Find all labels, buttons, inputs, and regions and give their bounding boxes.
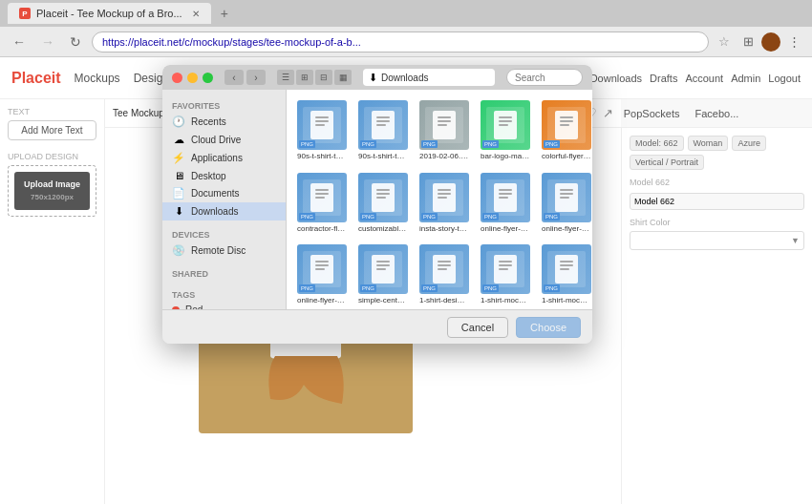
- file-item[interactable]: PNG online-flyer-maker-f...85e.png: [539, 170, 592, 237]
- file-name: 90s-t-shirt-templat...8 (2).png: [297, 152, 347, 161]
- dialog-files-area: PNG 90s-t-shirt-templat...8 (2).png PNG …: [287, 90, 592, 309]
- upload-image-placeholder: Upload Image 750x1200px: [14, 172, 90, 210]
- file-thumbnail: PNG: [358, 173, 408, 222]
- extensions-icon[interactable]: ⊞: [739, 32, 758, 51]
- svg-rect-61: [499, 189, 512, 191]
- tab-close-icon[interactable]: ✕: [192, 9, 200, 19]
- file-item[interactable]: PNG colorful-flyer-maker-f...119c.png: [539, 97, 592, 164]
- dialog-forward-button[interactable]: ›: [246, 70, 266, 85]
- file-name: 90s-t-shirt-template-all.png: [358, 152, 408, 161]
- png-badge: PNG: [360, 140, 376, 148]
- sidebar-item-desktop[interactable]: 🖥 Desktop: [162, 167, 286, 184]
- forward-button[interactable]: →: [36, 32, 59, 52]
- png-badge: PNG: [544, 213, 560, 220]
- refresh-button[interactable]: ↻: [65, 32, 86, 52]
- svg-rect-38: [499, 124, 508, 126]
- sidebar-item-remote-disc[interactable]: 💿 Remote Disc: [162, 242, 286, 260]
- minimize-dot[interactable]: [187, 73, 198, 83]
- png-badge: PNG: [421, 140, 438, 148]
- cat-facebook[interactable]: Facebo...: [687, 99, 746, 127]
- file-item[interactable]: PNG 90s-t-shirt-templat...8 (2).png: [294, 97, 350, 164]
- choose-button[interactable]: Choose: [516, 317, 581, 338]
- tag-azure[interactable]: Azure: [732, 136, 766, 151]
- file-name: 2019-02-06.png: [419, 152, 469, 161]
- maximize-dot[interactable]: [203, 73, 213, 83]
- gallery-view-button[interactable]: ▦: [334, 70, 352, 85]
- nav-logout[interactable]: Logout: [768, 73, 801, 84]
- back-button[interactable]: ←: [8, 32, 31, 52]
- file-item[interactable]: PNG online-flyer-maker-f...088.png: [294, 242, 350, 308]
- file-name: contractor-flyer-design-t...856.png: [297, 224, 347, 234]
- cat-popsockets[interactable]: PopSockets: [616, 99, 688, 127]
- file-item[interactable]: PNG bar-logo-maker-for-a-be...59b.png: [478, 97, 533, 164]
- column-view-button[interactable]: ⊟: [315, 70, 332, 85]
- sidebar-item-documents[interactable]: 📄 Documents: [162, 184, 286, 202]
- file-item[interactable]: PNG 90s-t-shirt-template-all.png: [355, 97, 411, 164]
- file-name: online-flyer-maker-f...088.png: [297, 296, 347, 305]
- file-item[interactable]: PNG contractor-flyer-design-t...856.png: [294, 170, 350, 237]
- left-panel: Text Add More Text Upload Design Upload …: [0, 99, 105, 504]
- documents-icon: 📄: [172, 187, 185, 200]
- svg-rect-26: [376, 116, 390, 118]
- sidebar-item-downloads[interactable]: ⬇ Downloads: [162, 202, 286, 220]
- svg-rect-33: [438, 124, 447, 126]
- file-item[interactable]: PNG 1-shirt-design-signed...832.png: [417, 242, 472, 308]
- sidebar-tag-red[interactable]: Red: [162, 302, 286, 309]
- file-item[interactable]: PNG insta-story-templat...406.png: [417, 170, 472, 237]
- cloud-drive-icon: ☁: [172, 134, 185, 146]
- file-item[interactable]: PNG online-flyer-maker-f...434f.png: [478, 170, 533, 237]
- dialog-titlebar: ‹ › ☰ ⊞ ⊟ ▦ ⬇ Downloads: [162, 65, 592, 90]
- location-display: ⬇ Downloads: [363, 69, 495, 86]
- svg-rect-43: [560, 124, 569, 126]
- svg-rect-57: [438, 193, 451, 195]
- file-name: colorful-flyer-maker-f...119c.png: [542, 152, 591, 161]
- sidebar-item-recents[interactable]: 🕐 Recents: [162, 113, 286, 131]
- remote-disc-label: Remote Disc: [191, 245, 246, 256]
- address-bar[interactable]: https://placeit.net/c/mockup/stages/tee-…: [92, 32, 709, 52]
- nav-account[interactable]: Account: [685, 73, 723, 84]
- file-thumbnail: PNG: [297, 100, 347, 150]
- close-dot[interactable]: [172, 73, 182, 83]
- file-item[interactable]: PNG customizable-flyer-le...119c.png: [355, 170, 411, 237]
- tag-portrait[interactable]: Vertical / Portrait: [630, 155, 704, 170]
- tag-woman[interactable]: Woman: [688, 136, 729, 151]
- cloud-drive-label: Cloud Drive: [191, 135, 241, 145]
- svg-rect-82: [438, 264, 451, 266]
- nav-downloads[interactable]: Downloads: [590, 73, 642, 84]
- recents-label: Recents: [191, 116, 226, 127]
- active-tab[interactable]: P Placeit - Tee Mockup of a Bro... ✕: [8, 3, 211, 24]
- nav-drafts[interactable]: Drafts: [650, 73, 677, 84]
- cancel-button[interactable]: Cancel: [447, 317, 508, 338]
- sidebar-item-applications[interactable]: ⚡ Applications: [162, 149, 286, 167]
- profile-avatar[interactable]: [761, 32, 780, 52]
- menu-icon[interactable]: ⋮: [784, 32, 804, 51]
- list-view-button[interactable]: ☰: [277, 70, 294, 85]
- share-icon[interactable]: ↗: [603, 106, 613, 120]
- nav-admin[interactable]: Admin: [731, 73, 760, 84]
- color-picker-bar[interactable]: ▼: [630, 231, 804, 250]
- upload-dimensions: 750x1200px: [18, 193, 86, 202]
- dialog-search-input[interactable]: [506, 69, 583, 86]
- sidebar-item-cloud-drive[interactable]: ☁ Cloud Drive: [162, 131, 286, 149]
- nav-mockups[interactable]: Mockups: [75, 72, 120, 85]
- add-text-button[interactable]: Add More Text: [8, 120, 96, 140]
- model-select[interactable]: [630, 193, 804, 210]
- location-icon: ⬇: [369, 72, 377, 84]
- site-logo[interactable]: Placeit: [11, 70, 61, 87]
- bookmark-star-icon[interactable]: ☆: [715, 34, 734, 49]
- svg-rect-53: [376, 197, 386, 199]
- file-item[interactable]: PNG 1-shirt-mockup-of-a-me...566.png: [539, 242, 592, 308]
- svg-rect-62: [499, 193, 512, 195]
- new-tab-button[interactable]: +: [215, 4, 234, 23]
- svg-rect-47: [315, 193, 329, 195]
- file-item[interactable]: PNG simple-center-aligned...119e.png: [355, 242, 411, 308]
- upload-design-box[interactable]: Upload Image 750x1200px: [8, 165, 96, 217]
- tag-model[interactable]: Model: 662: [630, 136, 684, 151]
- svg-rect-72: [315, 264, 329, 266]
- dialog-back-button[interactable]: ‹: [224, 70, 244, 85]
- recents-icon: 🕐: [172, 116, 185, 128]
- file-item[interactable]: PNG 1-shirt-mockup-of-a-ma...11b.png: [478, 242, 533, 308]
- grid-view-button[interactable]: ⊞: [296, 70, 313, 85]
- file-item[interactable]: PNG 2019-02-06.png: [417, 97, 472, 164]
- url-text: https://placeit.net/c/mockup/stages/tee-…: [102, 36, 361, 48]
